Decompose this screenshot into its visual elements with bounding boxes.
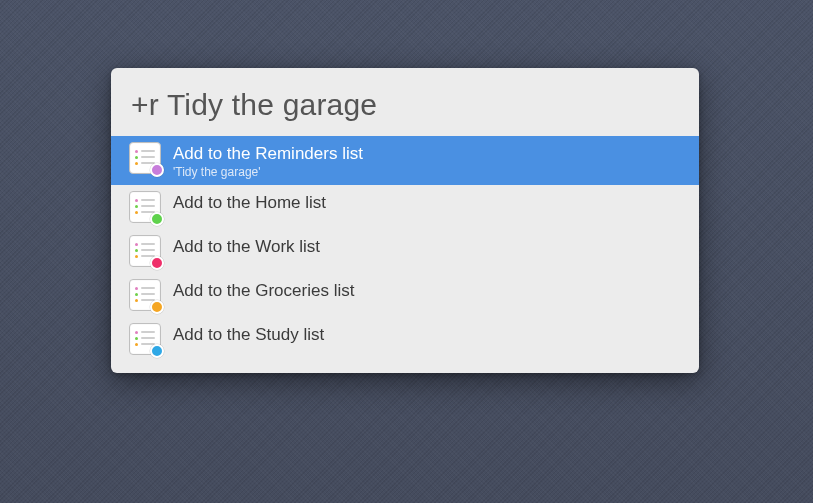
- result-label: Add to the Work list: [173, 237, 320, 257]
- reminders-list-icon: [129, 142, 161, 174]
- result-texts: Add to the Study list: [173, 323, 324, 345]
- reminders-list-icon: [129, 235, 161, 267]
- result-item[interactable]: Add to the Study list: [111, 317, 699, 361]
- result-texts: Add to the Work list: [173, 235, 320, 257]
- results-list: Add to the Reminders list'Tidy the garag…: [111, 136, 699, 361]
- result-texts: Add to the Groceries list: [173, 279, 354, 301]
- result-label: Add to the Groceries list: [173, 281, 354, 301]
- result-label: Add to the Reminders list: [173, 144, 363, 164]
- result-texts: Add to the Reminders list'Tidy the garag…: [173, 142, 363, 179]
- result-item[interactable]: Add to the Reminders list'Tidy the garag…: [111, 136, 699, 185]
- result-label: Add to the Home list: [173, 193, 326, 213]
- result-label: Add to the Study list: [173, 325, 324, 345]
- query-input[interactable]: +r Tidy the garage: [111, 82, 699, 136]
- launcher-panel: +r Tidy the garage Add to the Reminders …: [111, 68, 699, 373]
- result-item[interactable]: Add to the Home list: [111, 185, 699, 229]
- reminders-list-icon: [129, 191, 161, 223]
- reminders-list-icon: [129, 323, 161, 355]
- result-item[interactable]: Add to the Groceries list: [111, 273, 699, 317]
- result-texts: Add to the Home list: [173, 191, 326, 213]
- reminders-list-icon: [129, 279, 161, 311]
- result-item[interactable]: Add to the Work list: [111, 229, 699, 273]
- result-subtitle: 'Tidy the garage': [173, 165, 363, 179]
